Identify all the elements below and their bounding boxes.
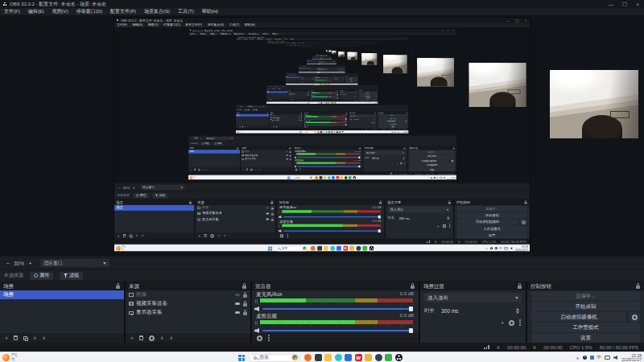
close-button[interactable]: × (636, 2, 639, 7)
menu-item[interactable]: 场景集合(S) (140, 8, 174, 15)
obs-tray-icon[interactable] (583, 356, 587, 360)
control-button[interactable]: 启动虚拟摄像机 (531, 312, 626, 322)
advanced-audio-button[interactable] (257, 335, 262, 341)
lock-icon[interactable] (242, 286, 246, 289)
remove-scene-button[interactable] (14, 335, 18, 340)
zoom-fit-dropdown[interactable]: 适应窗口 (40, 259, 109, 267)
webcam-source[interactable] (550, 70, 638, 138)
move-up-button[interactable]: ∧ (33, 335, 36, 340)
lock-icon[interactable] (116, 286, 120, 289)
tray-app-icon[interactable] (590, 356, 594, 360)
move-down-button[interactable]: ∨ (170, 335, 173, 340)
scenes-header: 场景 (0, 282, 124, 290)
no-source-label: 未选择源 (4, 272, 23, 279)
control-button[interactable]: 设置 (531, 333, 640, 343)
taskbar-clock[interactable]: 22:28 2025/11/27 (621, 354, 642, 362)
scene-row[interactable]: 场景 (0, 290, 124, 299)
lock-icon[interactable] (411, 286, 415, 289)
maximize-button[interactable]: ▢ (622, 1, 627, 7)
transition-select[interactable]: 淡入淡出 (424, 293, 522, 302)
start-button[interactable] (238, 355, 245, 361)
app-yellow-icon[interactable] (365, 354, 372, 361)
control-button[interactable]: 开始录制 (531, 302, 640, 311)
channel-name: 桌面音频 (256, 313, 277, 320)
source-row[interactable]: 显示器采集 (126, 308, 250, 317)
transition-properties-button[interactable] (509, 320, 514, 326)
kebab-menu-icon[interactable] (268, 335, 270, 341)
search-input[interactable]: 搜索 (249, 354, 300, 362)
lock-icon[interactable] (243, 303, 247, 306)
menu-item[interactable]: 视图(V) (48, 8, 72, 15)
volume-slider[interactable] (262, 306, 413, 311)
properties-button[interactable]: 属性 (30, 272, 53, 280)
weather-widget[interactable]: 7°C晴 (2, 353, 18, 361)
photos-icon[interactable] (345, 354, 352, 361)
volume-tray-icon[interactable] (613, 356, 617, 360)
filters-button[interactable]: 滤镜 (60, 272, 83, 280)
add-source-button[interactable]: + (130, 335, 134, 341)
docks: 场景 场景 + ∧ ∨ 来源 图像视频采集设备显示器采集 + ∧ ∨ 混音器 (0, 282, 644, 343)
lock-icon[interactable] (243, 294, 247, 298)
source-row[interactable]: 视频采集设备 (126, 299, 250, 308)
preview-area[interactable]: OBS 32.0.2 - 配置文件: 未命名 - 场景: 未命名 — ▢ × 文… (0, 15, 644, 256)
controls-header: 控制按钮 (527, 282, 644, 290)
mixer-channel[interactable]: 麦克风/Aux0.0 dB (252, 291, 419, 312)
wall-frame (610, 111, 630, 118)
menu-item[interactable]: 配置文件(P) (106, 8, 140, 15)
terminal-icon[interactable] (315, 354, 322, 361)
scenes-panel: 场景 场景 + ∧ ∨ (0, 282, 124, 343)
filters-label: 滤镜 (69, 272, 79, 279)
lock-icon[interactable] (636, 286, 640, 289)
tray-chevron-icon[interactable]: ∧ (576, 356, 580, 360)
source-row[interactable]: 图像 (126, 290, 250, 299)
stream-status-icon (497, 346, 500, 349)
browser-orange-icon[interactable] (304, 354, 312, 361)
visibility-eye-icon[interactable] (235, 294, 240, 297)
edge-browser-icon[interactable] (335, 354, 342, 361)
recursion-level: OBS 32.0.2 - 配置文件: 未命名 - 场景: 未命名 — ▢ × 文… (316, 49, 328, 56)
volume-slider[interactable] (262, 328, 413, 333)
source-properties-button[interactable] (149, 335, 155, 341)
wps-office-icon[interactable]: W (355, 354, 362, 361)
search-assistant-icon (292, 355, 298, 360)
media-player-icon[interactable] (375, 354, 382, 361)
chevron-down-icon (103, 262, 106, 265)
virtual-camera-settings-button[interactable] (629, 312, 640, 322)
filter-icon (64, 274, 68, 278)
move-down-button[interactable]: ∨ (43, 335, 46, 340)
menu-item[interactable]: 文件(F) (0, 8, 24, 15)
lock-icon[interactable] (243, 312, 247, 315)
add-transition-button[interactable]: + (501, 320, 504, 326)
lock-icon[interactable] (518, 286, 522, 289)
file-explorer-icon[interactable] (324, 354, 332, 361)
control-button[interactable]: 连接中... (531, 291, 640, 301)
zoom-in-button[interactable]: + (27, 261, 34, 266)
menu-item[interactable]: 编辑(E) (24, 8, 48, 15)
speaker-icon[interactable] (254, 328, 259, 333)
app-green-icon[interactable] (385, 354, 392, 361)
kebab-menu-icon[interactable] (519, 319, 521, 326)
network-tray-icon[interactable] (605, 356, 610, 360)
system-tray: ∧ 中 (576, 352, 617, 362)
control-button[interactable]: 工作室模式 (531, 323, 640, 332)
obs-studio-icon[interactable] (395, 354, 402, 361)
speaker-icon[interactable] (254, 306, 259, 311)
preview-zoom-toolbar: − 30% + 适应窗口 (0, 257, 644, 269)
visibility-eye-icon[interactable] (235, 302, 240, 306)
input-language[interactable]: 中 (597, 355, 602, 360)
duration-spinbox[interactable]: 300 ms (438, 306, 522, 315)
person-silhouette (582, 115, 623, 138)
remove-source-button[interactable] (139, 335, 143, 340)
zoom-out-button[interactable]: − (4, 261, 11, 266)
mixer-channel[interactable]: 桌面音频0.0 dB (252, 313, 419, 334)
menu-item[interactable]: 帮助(H) (198, 8, 222, 15)
minimize-button[interactable]: — (609, 2, 614, 7)
move-up-button[interactable]: ∧ (160, 335, 163, 340)
menu-item[interactable]: 停靠窗口(D) (72, 8, 106, 15)
camera-icon (129, 302, 134, 306)
visibility-eye-icon[interactable] (235, 311, 240, 315)
menu-item[interactable]: 工具(T) (174, 8, 198, 15)
add-scene-button[interactable]: + (5, 335, 8, 341)
duplicate-scene-button[interactable] (23, 336, 27, 340)
spinner-arrows-icon[interactable] (516, 308, 519, 315)
